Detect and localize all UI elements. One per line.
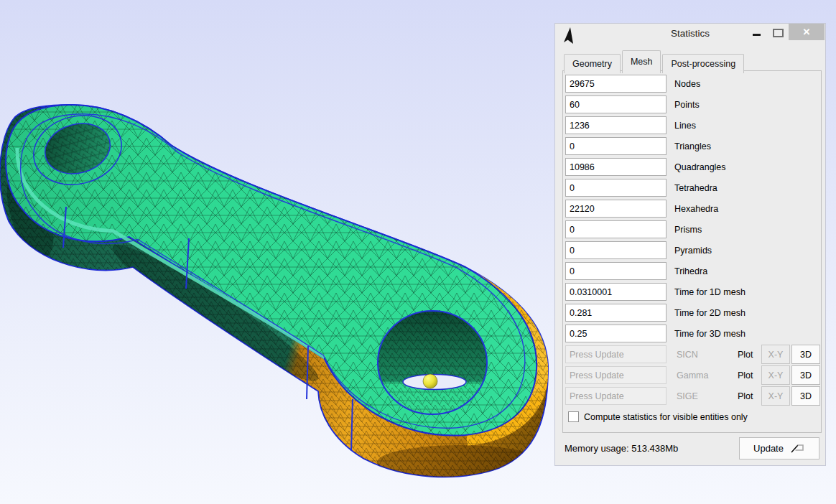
stat-input-nodes[interactable] <box>565 75 667 93</box>
stat-input-lines[interactable] <box>565 116 667 134</box>
titlebar[interactable]: Statistics ✕ <box>555 24 825 42</box>
quality-metric-label-sige: SIGE <box>677 391 725 401</box>
quality-row-gamma: GammaPlotX-Y3D <box>565 365 821 386</box>
stat-input-quadrangles[interactable] <box>565 158 667 176</box>
point-marker-sphere <box>423 374 437 388</box>
3d-plot-button-gamma[interactable]: 3D <box>791 365 820 385</box>
statistics-panel: NodesPointsLinesTrianglesQuadranglesTetr… <box>562 70 822 433</box>
stat-row-time-for-3d-mesh: Time for 3D mesh <box>565 323 821 344</box>
quality-metrics-list: SICNPlotX-Y3DGammaPlotX-Y3DSIGEPlotX-Y3D <box>565 344 821 406</box>
stat-input-time-for-2d-mesh[interactable] <box>565 304 667 322</box>
statistics-window: Statistics ✕ Geometry Mesh Post-processi… <box>554 23 826 466</box>
stat-input-points[interactable] <box>565 95 667 113</box>
stat-input-hexahedra[interactable] <box>565 200 667 218</box>
stat-label-time-for-2d-mesh: Time for 2D mesh <box>674 308 746 318</box>
tab-post-processing[interactable]: Post-processing <box>662 54 744 73</box>
stat-row-trihedra: Trihedra <box>565 261 821 281</box>
checkbox[interactable] <box>568 411 579 422</box>
minimize-button[interactable] <box>749 24 765 41</box>
minimize-icon <box>753 34 761 36</box>
stat-row-pyramids: Pyramids <box>565 240 821 261</box>
update-label: Update <box>753 443 784 454</box>
dialog-footer: Memory usage: 513.438Mb Update <box>565 437 819 460</box>
stat-label-time-for-1d-mesh: Time for 1D mesh <box>674 287 746 297</box>
plot-label-sicn: Plot <box>738 350 759 360</box>
stat-label-lines: Lines <box>674 121 696 131</box>
quality-input-gamma <box>565 366 667 384</box>
quality-metric-label-sicn: SICN <box>677 350 725 360</box>
quality-row-sige: SIGEPlotX-Y3D <box>565 386 821 406</box>
memory-usage-text: Memory usage: 513.438Mb <box>565 443 678 454</box>
bigend-hole <box>378 311 487 414</box>
application-window: Statistics ✕ Geometry Mesh Post-processi… <box>0 0 836 504</box>
stat-input-trihedra[interactable] <box>565 262 667 280</box>
visible-entities-option[interactable]: Compute statistics for visible entities … <box>568 411 821 422</box>
maximize-button[interactable] <box>769 24 785 41</box>
stat-input-prisms[interactable] <box>565 220 667 238</box>
3d-plot-button-sicn[interactable]: 3D <box>791 345 820 364</box>
stat-input-time-for-1d-mesh[interactable] <box>565 283 667 301</box>
stat-input-triangles[interactable] <box>565 137 667 155</box>
stat-label-prisms: Prisms <box>674 225 702 235</box>
tab-geometry[interactable]: Geometry <box>564 54 621 73</box>
stat-input-tetrahedra[interactable] <box>565 179 667 197</box>
stat-label-tetrahedra: Tetrahedra <box>674 183 717 193</box>
stat-label-hexahedra: Hexahedra <box>674 204 718 214</box>
stat-input-pyramids[interactable] <box>565 241 667 259</box>
tab-mesh[interactable]: Mesh <box>622 50 661 73</box>
maximize-icon <box>773 29 784 37</box>
quality-input-sicn <box>565 345 667 363</box>
stat-label-trihedra: Trihedra <box>674 266 707 276</box>
stat-row-points: Points <box>565 94 821 115</box>
quality-metric-label-gamma: Gamma <box>677 370 725 381</box>
xy-plot-button-sige: X-Y <box>761 386 790 406</box>
stat-row-hexahedra: Hexahedra <box>565 198 821 219</box>
checkbox-label: Compute statistics for visible entities … <box>584 412 748 422</box>
stat-row-tetrahedra: Tetrahedra <box>565 177 821 198</box>
quality-input-sige <box>565 387 667 405</box>
mesh-statistics-list: NodesPointsLinesTrianglesQuadranglesTetr… <box>565 73 821 344</box>
update-button[interactable]: Update <box>739 437 819 459</box>
stat-input-time-for-3d-mesh[interactable] <box>565 325 667 342</box>
xy-plot-button-sicn: X-Y <box>761 345 790 364</box>
xy-plot-button-gamma: X-Y <box>761 365 790 385</box>
3d-plot-button-sige[interactable]: 3D <box>791 386 820 406</box>
stat-row-triangles: Triangles <box>565 136 821 157</box>
tab-bar: Geometry Mesh Post-processing <box>564 50 746 73</box>
stat-row-nodes: Nodes <box>565 73 821 94</box>
close-button[interactable]: ✕ <box>789 24 825 40</box>
stat-label-quadrangles: Quadrangles <box>674 162 726 172</box>
stat-label-triangles: Triangles <box>674 141 711 151</box>
stat-row-quadrangles: Quadrangles <box>565 157 821 177</box>
stat-label-nodes: Nodes <box>674 79 700 89</box>
plot-label-sige: Plot <box>738 391 759 401</box>
stat-label-points: Points <box>674 100 700 110</box>
quality-row-sicn: SICNPlotX-Y3D <box>565 344 821 365</box>
stat-row-time-for-1d-mesh: Time for 1D mesh <box>565 281 821 302</box>
return-arrow-icon <box>789 443 805 454</box>
stat-row-lines: Lines <box>565 115 821 136</box>
stat-row-time-for-2d-mesh: Time for 2D mesh <box>565 302 821 323</box>
stat-label-time-for-3d-mesh: Time for 3D mesh <box>674 329 746 339</box>
stat-label-pyramids: Pyramids <box>674 246 712 256</box>
plot-label-gamma: Plot <box>738 370 759 381</box>
stat-row-prisms: Prisms <box>565 219 821 240</box>
